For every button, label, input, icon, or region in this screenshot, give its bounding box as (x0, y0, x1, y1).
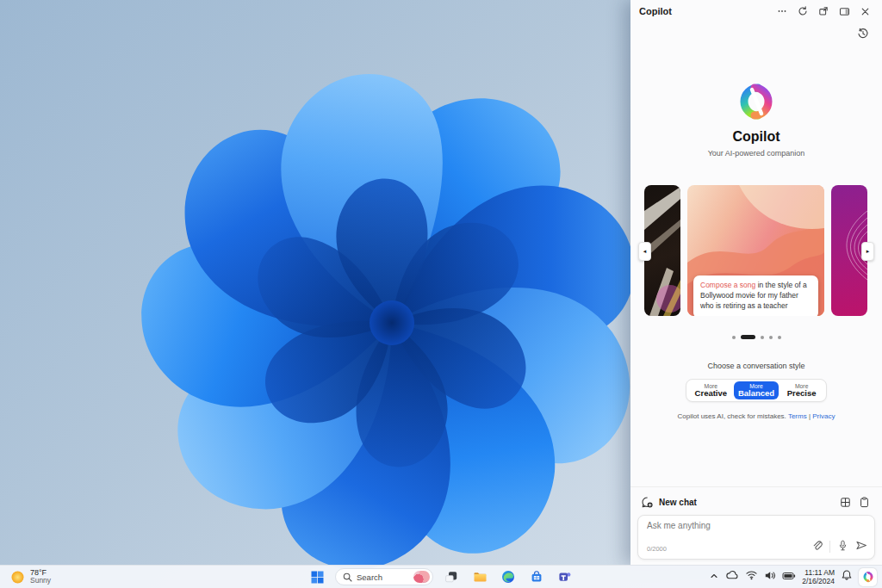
style-option-creative[interactable]: More Creative (688, 381, 734, 399)
popout-icon (818, 6, 829, 16)
new-chat-row: New chat (637, 492, 875, 515)
history-icon (857, 28, 869, 40)
hero-title: Copilot (732, 129, 780, 145)
clock-date: 2/16/2024 (802, 577, 835, 585)
copilot-hero: Copilot Your AI-powered companion (630, 81, 882, 158)
file-explorer-icon (473, 570, 488, 584)
send-icon (855, 540, 867, 551)
clock-time: 11:11 AM (802, 568, 835, 577)
dock-panel-button[interactable] (834, 2, 854, 21)
weather-condition: Sunny (30, 577, 51, 585)
battery-button[interactable] (782, 569, 796, 585)
carousel-dot[interactable] (778, 336, 781, 339)
carousel-dot[interactable] (761, 336, 764, 339)
sun-icon (10, 570, 25, 585)
edge-icon (501, 570, 515, 584)
prompt-highlight: Compose a song (700, 281, 755, 289)
carousel-dot[interactable] (769, 336, 773, 339)
send-button[interactable] (855, 539, 867, 554)
copilot-footer: New chat 0/2000 (630, 486, 882, 565)
system-tray: 11:11 AM 2/16/2024 (709, 566, 879, 588)
attach-button[interactable] (811, 539, 823, 554)
clock-widget[interactable]: 11:11 AM 2/16/2024 (802, 568, 835, 585)
microsoft-store-icon (530, 570, 543, 584)
privacy-link[interactable]: Privacy (812, 412, 835, 420)
new-chat-icon (641, 496, 654, 509)
plugins-button[interactable] (835, 494, 854, 510)
copilot-tray-button[interactable] (859, 568, 877, 586)
teams-button[interactable] (555, 566, 575, 587)
char-counter: 0/2000 (647, 545, 667, 553)
copilot-tray-icon (862, 571, 874, 583)
edge-button[interactable] (498, 566, 519, 587)
style-option-balanced[interactable]: More Balanced (734, 381, 780, 399)
task-view-icon (444, 570, 458, 584)
divider (829, 541, 830, 553)
tray-chevron-button[interactable] (709, 569, 719, 585)
microphone-icon (837, 540, 848, 551)
carousel-card-active[interactable]: Compose a song in the style of a Bollywo… (687, 185, 824, 316)
suggested-prompt[interactable]: Compose a song in the style of a Bollywo… (693, 275, 818, 316)
style-picker-label: Choose a conversation style (630, 362, 882, 370)
plugins-grid-icon (840, 497, 851, 508)
search-highlight-image (413, 571, 430, 583)
history-row (630, 22, 882, 43)
search-placeholder: Search (357, 573, 409, 582)
microsoft-store-button[interactable] (526, 566, 547, 587)
notifications-button[interactable] (841, 569, 853, 585)
cloud-icon (725, 569, 739, 581)
windows-logo-icon (311, 571, 324, 584)
screen: Copilot (0, 0, 882, 588)
new-chat-button[interactable]: New chat (659, 498, 697, 507)
bell-icon (841, 569, 853, 581)
battery-icon (782, 571, 796, 581)
chevron-up-icon (709, 571, 719, 581)
close-panel-button[interactable] (854, 2, 875, 21)
paperclip-icon (811, 540, 823, 551)
start-button[interactable] (307, 566, 327, 587)
notebook-button[interactable] (854, 494, 873, 510)
weather-widget[interactable]: 78°F Sunny (3, 566, 58, 588)
copilot-logo (736, 81, 777, 122)
teams-icon (558, 570, 572, 584)
chat-input-card: 0/2000 (637, 515, 875, 560)
taskbar-search[interactable]: Search (335, 568, 433, 585)
chat-input[interactable] (647, 521, 866, 530)
more-options-button[interactable] (772, 2, 792, 21)
chevron-right-icon: ▸ (866, 248, 870, 255)
file-explorer-button[interactable] (469, 566, 490, 587)
speaker-icon (764, 570, 776, 581)
conversation-style-toggle: More Creative More Balanced More Precise (686, 379, 827, 402)
onedrive-button[interactable] (725, 569, 739, 585)
close-icon (860, 7, 870, 16)
carousel-dot-active[interactable] (741, 335, 755, 339)
input-actions (811, 539, 867, 554)
wifi-button[interactable] (745, 569, 758, 585)
style-option-precise[interactable]: More Precise (779, 381, 824, 399)
carousel-dot[interactable] (732, 336, 736, 339)
task-view-button[interactable] (441, 566, 462, 587)
ai-disclaimer: Copilot uses AI, check for mistakes. Ter… (630, 412, 882, 420)
refresh-icon (798, 6, 808, 16)
ellipsis-icon (777, 6, 787, 16)
hero-subtitle: Your AI-powered companion (708, 149, 805, 158)
prompt-carousel: Compose a song in the style of a Bollywo… (630, 185, 882, 316)
search-icon (343, 573, 352, 582)
mic-button[interactable] (837, 539, 848, 554)
history-button[interactable] (853, 24, 873, 43)
taskbar-center: Search (307, 566, 575, 588)
copilot-panel: Copilot (630, 0, 882, 565)
refresh-button[interactable] (792, 2, 813, 21)
carousel-next-button[interactable]: ▸ (861, 242, 874, 261)
copilot-titlebar: Copilot (630, 0, 882, 22)
volume-button[interactable] (764, 569, 776, 585)
panel-layout-icon (839, 6, 850, 16)
carousel-prev-button[interactable]: ◂ (638, 242, 651, 261)
terms-link[interactable]: Terms (788, 412, 807, 420)
open-in-window-button[interactable] (813, 2, 834, 21)
notebook-icon (859, 497, 870, 508)
taskbar: 78°F Sunny Search (0, 565, 882, 588)
wifi-icon (745, 569, 758, 581)
panel-title: Copilot (639, 6, 672, 16)
chevron-left-icon: ◂ (643, 248, 647, 255)
